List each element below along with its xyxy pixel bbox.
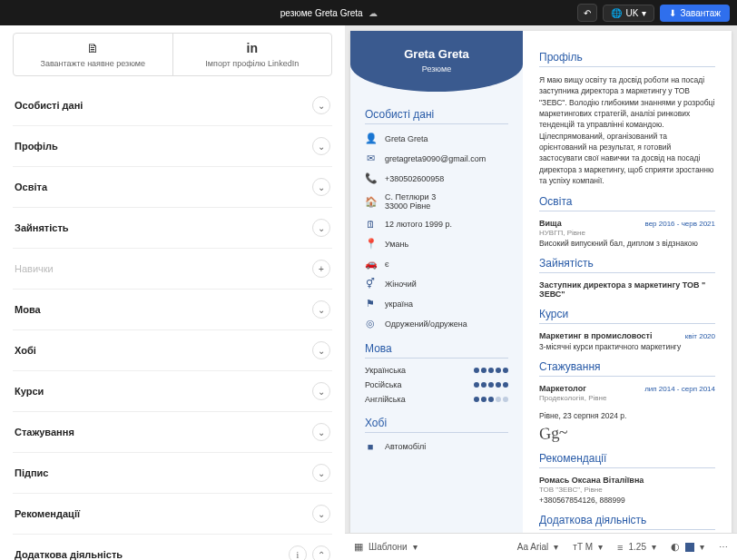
- section-extra[interactable]: Додаткова діяльність i⌃: [13, 535, 332, 560]
- skill-dots: [474, 382, 508, 388]
- section-internship[interactable]: Стажування⌄: [13, 412, 332, 453]
- profile-text: Я маю вищу освіту та досвід роботи на по…: [539, 74, 715, 186]
- text-size-select[interactable]: тТ M▾: [573, 542, 603, 552]
- flag-icon: ⚑: [365, 298, 376, 309]
- top-bar: резюме Greta Greta ☁ ↶ 🌐UK▾ ⬇Завантаж: [0, 0, 737, 25]
- line-height-select[interactable]: ≡1.25▾: [617, 542, 656, 553]
- chevron-down-icon: ⌄: [312, 382, 330, 400]
- chevron-down-icon: ▾: [700, 542, 704, 552]
- language-row: Українська: [365, 366, 508, 375]
- location-icon: 📍: [365, 238, 376, 250]
- mail-icon: ✉: [365, 152, 376, 164]
- section-skills[interactable]: Навички+: [13, 249, 332, 290]
- chevron-down-icon: ▾: [413, 542, 418, 552]
- heading-hobby: Хобі: [365, 417, 508, 433]
- resume-preview: Greta Greta Резюме Особисті дані 👤Greta …: [345, 25, 737, 533]
- color-swatch: [685, 543, 694, 552]
- chevron-down-icon: ▾: [642, 8, 646, 18]
- chevron-down-icon: ⌄: [312, 178, 330, 196]
- color-select[interactable]: ◐▾: [671, 541, 704, 553]
- heading-courses: Курси: [539, 308, 715, 324]
- language-row: Англійська: [365, 395, 508, 404]
- resume-header: Greta Greta Резюме: [350, 31, 523, 92]
- phone-icon: 📞: [365, 172, 376, 184]
- heading-language: Мова: [365, 342, 508, 359]
- more-icon: ⋯: [719, 542, 728, 552]
- section-personal[interactable]: Особисті дані⌄: [13, 85, 332, 126]
- section-education[interactable]: Освіта⌄: [13, 167, 332, 208]
- heading-extra: Додаткова діяльність: [539, 514, 715, 530]
- heading-education: Освіта: [539, 195, 715, 211]
- language-row: Російська: [365, 380, 508, 389]
- person-icon: 👤: [365, 133, 376, 144]
- download-icon: ⬇: [669, 8, 676, 18]
- section-courses[interactable]: Курси⌄: [13, 371, 332, 412]
- heading-personal: Особисті дані: [365, 108, 508, 124]
- chevron-down-icon: ⌄: [312, 219, 330, 237]
- chevron-down-icon: ⌄: [312, 505, 330, 523]
- chevron-down-icon: ⌄: [312, 341, 330, 359]
- chevron-down-icon: ⌄: [312, 137, 330, 155]
- chevron-down-icon: ▾: [554, 542, 558, 552]
- signature-image: Gg~: [538, 423, 568, 444]
- resume-subtitle: Резюме: [359, 64, 514, 74]
- preview-toolbar: ▦Шаблони▾ Aa Arial▾ тТ M▾ ≡1.25▾ ◐▾ ⋯: [345, 533, 737, 560]
- section-references[interactable]: Рекомендації⌄: [13, 494, 332, 535]
- chevron-down-icon: ⌄: [312, 300, 330, 319]
- section-language[interactable]: Мова⌄: [13, 290, 332, 330]
- bullet-icon: ■: [365, 441, 376, 452]
- chevron-down-icon: ▾: [598, 542, 603, 552]
- gender-icon: ⚥: [365, 278, 376, 290]
- cloud-icon: ☁: [368, 8, 378, 18]
- heading-profile: Профіль: [539, 51, 715, 67]
- plus-icon: +: [312, 260, 330, 278]
- skill-dots: [474, 397, 508, 402]
- grid-icon: ▦: [354, 541, 363, 553]
- chevron-down-icon: ▾: [652, 542, 656, 552]
- file-icon: 🗎: [19, 41, 167, 55]
- line-height-icon: ≡: [617, 542, 623, 553]
- globe-icon: 🌐: [611, 8, 622, 18]
- undo-button[interactable]: ↶: [577, 4, 597, 22]
- heading-internship: Стажування: [539, 360, 715, 377]
- skill-dots: [474, 368, 508, 373]
- calendar-icon: 🗓: [365, 219, 376, 230]
- doc-title: резюме Greta Greta: [280, 8, 363, 18]
- signature-date: Рівне, 23 серпня 2024 р.: [539, 411, 715, 420]
- linkedin-icon: in: [179, 41, 327, 55]
- import-linkedin-button[interactable]: in Імпорт профілю LinkedIn: [172, 34, 332, 75]
- heading-references: Рекомендації: [539, 452, 715, 468]
- download-top-button[interactable]: ⬇Завантаж: [660, 5, 730, 22]
- upload-label: Завантажте наявне резюме: [40, 59, 145, 68]
- more-button[interactable]: ⋯: [719, 542, 728, 552]
- language-button[interactable]: 🌐UK▾: [603, 5, 654, 22]
- section-hobby[interactable]: Хобі⌄: [13, 330, 332, 371]
- chevron-down-icon: ⌄: [312, 96, 330, 114]
- section-profile[interactable]: Профіль⌄: [13, 126, 332, 167]
- chevron-down-icon: ⌄: [312, 423, 330, 441]
- upload-resume-button[interactable]: 🗎 Завантажте наявне резюме: [14, 34, 172, 75]
- ring-icon: ◎: [365, 318, 376, 329]
- paint-icon: ◐: [671, 541, 680, 553]
- info-icon[interactable]: i: [289, 545, 307, 560]
- templates-button[interactable]: ▦Шаблони▾: [354, 541, 418, 553]
- car-icon: 🚗: [365, 258, 376, 270]
- chevron-up-icon[interactable]: ⌃: [312, 545, 330, 560]
- section-employment[interactable]: Зайнятість⌄: [13, 208, 332, 249]
- chevron-down-icon: ⌄: [312, 464, 330, 482]
- home-icon: 🏠: [365, 196, 376, 208]
- heading-employment: Зайнятість: [539, 257, 715, 273]
- resume-name: Greta Greta: [359, 47, 514, 61]
- linkedin-label: Імпорт профілю LinkedIn: [205, 59, 299, 68]
- font-select[interactable]: Aa Arial▾: [517, 542, 558, 552]
- editor-panel: 🗎 Завантажте наявне резюме in Імпорт про…: [0, 25, 345, 560]
- section-signature[interactable]: Підпис⌄: [13, 453, 332, 494]
